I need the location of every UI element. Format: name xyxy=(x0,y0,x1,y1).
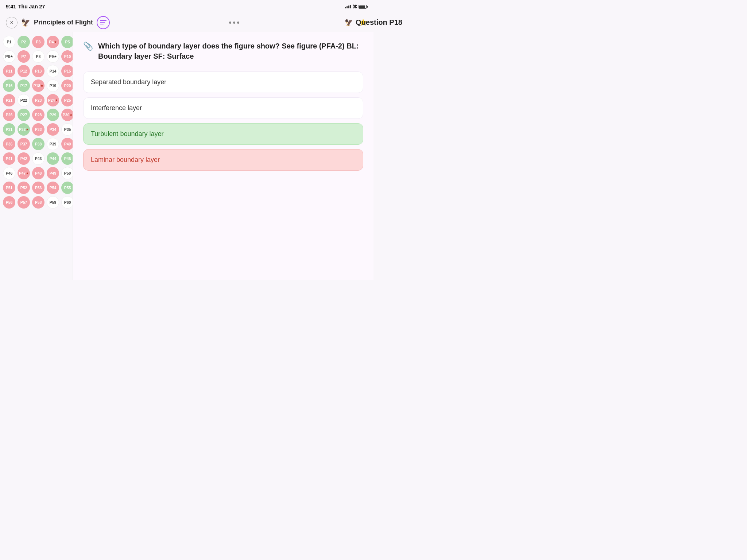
sidebar-item-p57[interactable]: P57 xyxy=(18,196,30,209)
time: 9:41 xyxy=(6,4,16,9)
sidebar-item-p23[interactable]: P23 xyxy=(32,94,44,106)
bird-icon: 🦅 xyxy=(21,18,30,27)
status-left: 9:41 Thu Jan 27 xyxy=(6,4,45,9)
sidebar-item-p2[interactable]: P2 xyxy=(18,36,30,48)
sidebar-item-p35[interactable]: P35 xyxy=(61,123,73,136)
sidebar-item-p19[interactable]: P19 xyxy=(47,79,59,92)
sidebar-item-p27[interactable]: P27 xyxy=(18,109,30,121)
sidebar-item-p44[interactable]: P44 xyxy=(47,152,59,165)
sidebar-item-p15[interactable]: P15 xyxy=(61,65,73,77)
attachment-icon: 📎 xyxy=(83,42,93,51)
sidebar-item-p4[interactable]: P4★ xyxy=(47,36,59,48)
sidebar-item-p40[interactable]: P40 xyxy=(61,138,73,150)
sidebar-item-p47[interactable]: P47★ xyxy=(18,167,30,179)
sidebar-item-p31[interactable]: P31 xyxy=(3,123,15,136)
nav-left: × 🦅 Principles of Flight xyxy=(6,16,110,29)
answer-option-1[interactable]: Interference layer xyxy=(83,97,363,119)
sidebar-item-p17[interactable]: P17 xyxy=(18,79,30,92)
sidebar-item-p50[interactable]: P50 xyxy=(61,167,73,179)
svg-rect-1 xyxy=(100,22,105,23)
content-area: 📎 Which type of boundary layer does the … xyxy=(73,32,374,280)
center-bird-icon: 🦅 xyxy=(345,19,353,27)
answers-container: Separated boundary layerInterference lay… xyxy=(83,71,363,171)
sidebar-item-p3[interactable]: P3 xyxy=(32,36,44,48)
sidebar-item-p39[interactable]: P39 xyxy=(47,138,59,150)
sidebar-item-p12[interactable]: P12 xyxy=(18,65,30,77)
nav-center: 🦅 Question P18 xyxy=(345,18,374,27)
sidebar-item-p1[interactable]: P1 xyxy=(3,36,15,48)
question-title: Question P18 xyxy=(356,18,374,27)
svg-rect-2 xyxy=(100,24,104,24)
main-layout: P1P2P3P4★P5P6★P7P8P9★P10P11P12P13P14P15P… xyxy=(0,32,374,280)
sidebar-item-p51[interactable]: P51 xyxy=(3,182,15,194)
sidebar-item-p52[interactable]: P52 xyxy=(18,182,30,194)
sidebar-item-p41[interactable]: P41 xyxy=(3,152,15,165)
sidebar-item-p7[interactable]: P7 xyxy=(18,50,30,63)
sidebar-item-p8[interactable]: P8 xyxy=(32,50,44,63)
sidebar-item-p34[interactable]: P34 xyxy=(47,123,59,136)
sidebar-item-p38[interactable]: P38 xyxy=(32,138,44,150)
sidebar-item-p45[interactable]: P45 xyxy=(61,152,73,165)
sidebar-item-p28[interactable]: P28 xyxy=(32,109,44,121)
question-header: 📎 Which type of boundary layer does the … xyxy=(83,41,363,61)
sidebar-item-p29[interactable]: P29 xyxy=(47,109,59,121)
answer-option-0[interactable]: Separated boundary layer xyxy=(83,71,363,93)
sidebar-item-p11[interactable]: P11 xyxy=(3,65,15,77)
sidebar-item-p30[interactable]: P30★ xyxy=(61,109,73,121)
sidebar-item-p16[interactable]: P16 xyxy=(3,79,15,92)
wifi-icon: ⌘ xyxy=(352,4,357,9)
app-title: Principles of Flight xyxy=(34,19,93,26)
sidebar-item-p10[interactable]: P10 xyxy=(61,50,73,63)
sidebar-item-p59[interactable]: P59 xyxy=(47,196,59,209)
menu-button[interactable] xyxy=(97,16,110,29)
sidebar-item-p6[interactable]: P6★ xyxy=(3,50,15,63)
sidebar-item-p42[interactable]: P42 xyxy=(18,152,30,165)
question-text: Which type of boundary layer does the fi… xyxy=(98,41,363,61)
sidebar-item-p43[interactable]: P43 xyxy=(32,152,44,165)
signal-icon xyxy=(345,5,351,8)
sidebar-item-p56[interactable]: P56 xyxy=(3,196,15,209)
sidebar-item-p46[interactable]: P46 xyxy=(3,167,15,179)
sidebar-item-p24[interactable]: P24★ xyxy=(47,94,59,106)
sidebar-item-p9[interactable]: P9★ xyxy=(47,50,59,63)
sidebar-item-p60[interactable]: P60 xyxy=(61,196,73,209)
sidebar-item-p54[interactable]: P54 xyxy=(47,182,59,194)
battery-icon xyxy=(359,5,368,9)
sidebar-item-p13[interactable]: P13 xyxy=(32,65,44,77)
sidebar: P1P2P3P4★P5P6★P7P8P9★P10P11P12P13P14P15P… xyxy=(0,32,73,280)
three-dots xyxy=(229,22,239,24)
sidebar-item-p14[interactable]: P14 xyxy=(47,65,59,77)
nav-bar: × 🦅 Principles of Flight 🦅 Question P18 … xyxy=(0,13,374,32)
sidebar-item-p26[interactable]: P26 xyxy=(3,109,15,121)
answer-option-3[interactable]: Laminar boundary layer xyxy=(83,149,363,171)
status-bar: 9:41 Thu Jan 27 ⌘ xyxy=(0,0,374,13)
sidebar-item-p18[interactable]: P18★ xyxy=(32,79,44,92)
sidebar-item-p5[interactable]: P5 xyxy=(61,36,73,48)
sidebar-item-p32[interactable]: P32★ xyxy=(18,123,30,136)
status-right: ⌘ xyxy=(345,4,368,9)
sidebar-item-p36[interactable]: P36 xyxy=(3,138,15,150)
sidebar-item-p22[interactable]: P22 xyxy=(18,94,30,106)
sidebar-item-p58[interactable]: P58 xyxy=(32,196,44,209)
sidebar-item-p49[interactable]: P49 xyxy=(47,167,59,179)
date: Thu Jan 27 xyxy=(18,4,45,9)
svg-rect-0 xyxy=(100,20,107,21)
close-button[interactable]: × xyxy=(6,17,18,28)
sidebar-item-p21[interactable]: P21 xyxy=(3,94,15,106)
sidebar-item-p37[interactable]: P37 xyxy=(18,138,30,150)
sidebar-item-p53[interactable]: P53 xyxy=(32,182,44,194)
sidebar-item-p55[interactable]: P55 xyxy=(61,182,73,194)
sidebar-item-p20[interactable]: P20 xyxy=(61,79,73,92)
sidebar-item-p25[interactable]: P25 xyxy=(61,94,73,106)
sidebar-item-p48[interactable]: P48 xyxy=(32,167,44,179)
answer-option-2[interactable]: Turbulent boundary layer xyxy=(83,123,363,145)
sidebar-item-p33[interactable]: P33 xyxy=(32,123,44,136)
